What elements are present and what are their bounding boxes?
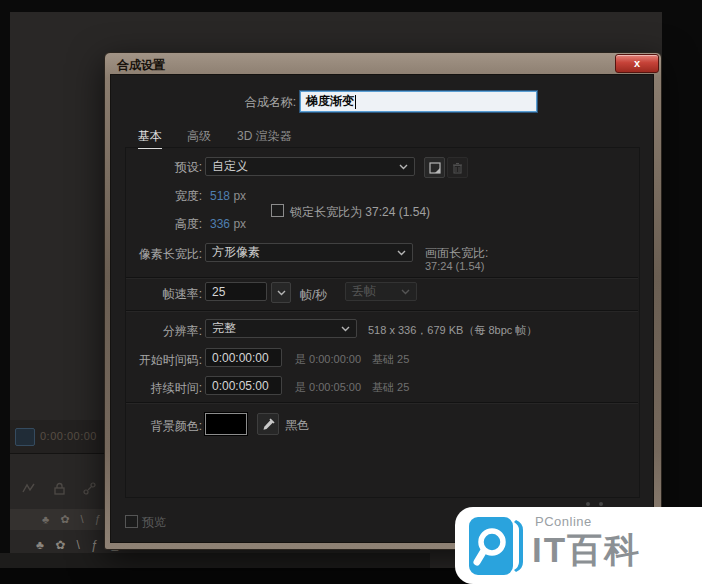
close-button[interactable]: x [615, 54, 659, 73]
background-color-name: 黑色 [285, 417, 309, 434]
decoration-dot [586, 502, 590, 506]
dialog-title: 合成设置 [117, 57, 165, 74]
tab-advanced[interactable]: 高级 [187, 128, 211, 145]
tab-basic[interactable]: 基本 [138, 128, 162, 149]
save-preset-button[interactable] [424, 157, 445, 178]
watermark: PConline IT百科 [455, 507, 702, 584]
resolution-info: 518 x 336，679 KB（每 8bpc 帧） [368, 323, 537, 338]
chevron-down-icon [277, 290, 286, 296]
lock-aspect-label: 锁定长宽比为 37:24 (1.54) [290, 204, 430, 221]
duration-base: 基础 25 [372, 380, 409, 395]
preset-value: 自定义 [212, 158, 248, 175]
eyedropper-icon [262, 418, 275, 431]
frame-aspect-value: 37:24 (1.54) [425, 260, 484, 272]
composition-name-input[interactable]: 梯度渐变 [300, 91, 537, 112]
separator [126, 310, 638, 311]
trash-icon [452, 162, 463, 174]
width-value[interactable]: 518 [210, 189, 230, 203]
width-label: 宽度: [104, 189, 202, 203]
delete-preset-button[interactable] [447, 157, 468, 178]
height-label: 高度: [104, 217, 202, 231]
height-value-group: 336 px [210, 217, 246, 231]
composition-name-label: 合成名称: [198, 95, 296, 109]
chevron-down-icon [399, 164, 408, 170]
background-color-label: 背景颜色: [104, 419, 202, 433]
frame-rate-value: 25 [212, 285, 225, 299]
width-unit: px [233, 189, 246, 203]
separator [126, 402, 638, 403]
start-timecode-value: 0:00:00:00 [212, 351, 269, 365]
save-preset-icon [429, 162, 441, 174]
preset-dropdown[interactable]: 自定义 [205, 157, 415, 176]
lock-icon [52, 481, 67, 496]
start-timecode-base: 基础 25 [372, 352, 409, 367]
pixel-aspect-label: 像素长宽比: [104, 247, 202, 261]
it-baike-logo-icon [469, 515, 525, 577]
start-timecode-echo: 是 0:00:00:00 [295, 352, 361, 367]
frame-rate-input[interactable]: 25 [205, 282, 267, 301]
text-caret [355, 95, 356, 109]
resolution-value: 完整 [212, 320, 236, 337]
pixel-aspect-value: 方形像素 [212, 244, 260, 261]
chevron-down-icon [341, 326, 350, 332]
preview-label: 预览 [142, 514, 166, 531]
preview-checkbox[interactable] [125, 515, 138, 528]
drop-frame-dropdown: 丢帧 [345, 282, 417, 301]
lock-aspect-checkbox[interactable] [271, 204, 284, 217]
frame-rate-dropdown-button[interactable] [271, 282, 291, 303]
preset-label: 预设: [104, 160, 202, 174]
screen: 0:00:00:00 ♣ ✿ \ ƒ ♣ ✿ \ ƒ ▢ 合成设置 x 合成名称… [0, 0, 702, 584]
timeline-toolbar-icons: ♣ ✿ \ ƒ [42, 513, 105, 526]
timeline-graph-icon [82, 481, 97, 496]
frame-rate-label: 帧速率: [104, 287, 202, 301]
separator [126, 277, 638, 278]
composition-name-value: 梯度渐变 [306, 93, 354, 110]
chevron-down-icon [401, 289, 410, 295]
duration-label: 持续时间: [104, 381, 202, 395]
duration-input[interactable]: 0:00:05:00 [205, 376, 282, 395]
timeline-current-timecode: 0:00:00:00 [40, 430, 97, 442]
background-color-swatch[interactable] [205, 413, 247, 435]
watermark-title: IT百科 [532, 527, 641, 574]
height-unit: px [233, 217, 246, 231]
frame-rate-unit: 帧/秒 [300, 287, 327, 304]
drop-frame-value: 丢帧 [352, 283, 376, 300]
resolution-label: 分辨率: [104, 324, 202, 338]
tab-3d-renderer[interactable]: 3D 渲染器 [237, 128, 292, 145]
timeline-panel-icon [15, 428, 35, 446]
resolution-dropdown[interactable]: 完整 [205, 319, 357, 338]
decoration-dot [599, 502, 603, 506]
start-timecode-label: 开始时间码: [104, 353, 202, 367]
timeline-toggle-icon [21, 481, 36, 496]
height-value[interactable]: 336 [210, 217, 230, 231]
duration-value: 0:00:05:00 [212, 379, 269, 393]
duration-echo: 是 0:00:05:00 [295, 380, 361, 395]
width-value-group: 518 px [210, 189, 246, 203]
chevron-down-icon [397, 250, 406, 256]
eyedropper-button[interactable] [257, 413, 279, 435]
start-timecode-input[interactable]: 0:00:00:00 [205, 348, 282, 367]
pixel-aspect-dropdown[interactable]: 方形像素 [205, 243, 413, 262]
